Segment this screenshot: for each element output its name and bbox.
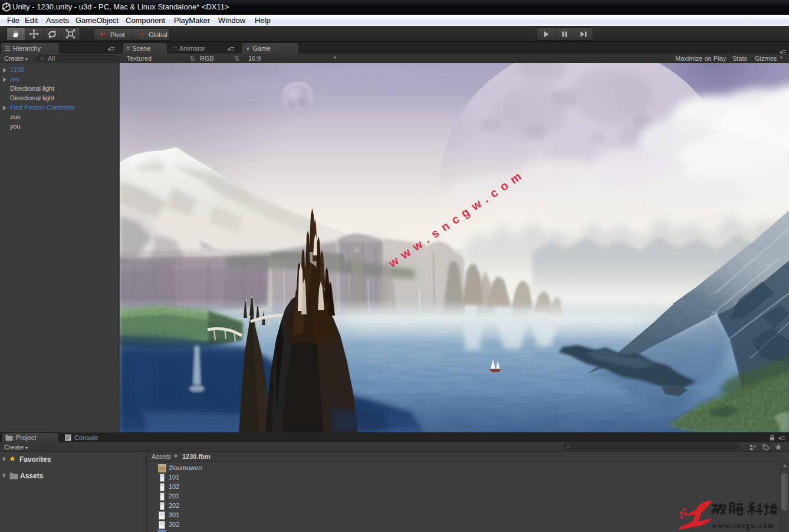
svg-text:www.sncgw.com: www.sncgw.com	[712, 521, 775, 530]
